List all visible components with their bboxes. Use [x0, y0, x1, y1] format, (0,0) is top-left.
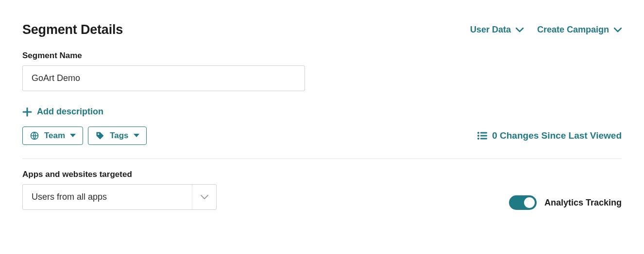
- header-row: Segment Details User Data Create Campaig…: [22, 22, 622, 37]
- chevron-down-icon: [614, 28, 622, 32]
- tags-chip[interactable]: Tags: [88, 127, 146, 145]
- chips-row: Team Tags 0 Changes Since Last Viewed: [22, 127, 622, 145]
- analytics-toggle-row: Analytics Tracking: [509, 195, 622, 210]
- team-chip-label: Team: [44, 131, 65, 141]
- targets-group: Apps and websites targeted Users from al…: [22, 170, 217, 210]
- add-description-label: Add description: [37, 107, 103, 117]
- svg-point-6: [477, 138, 479, 140]
- targets-selected-value: Users from all apps: [23, 185, 192, 209]
- header-actions: User Data Create Campaign: [470, 25, 622, 35]
- svg-point-2: [477, 132, 479, 134]
- svg-rect-5: [480, 135, 487, 137]
- add-description-row: Add description: [22, 107, 622, 117]
- changes-link[interactable]: 0 Changes Since Last Viewed: [477, 130, 622, 141]
- caret-down-icon: [70, 134, 76, 138]
- segment-name-label: Segment Name: [22, 51, 622, 61]
- analytics-toggle-label: Analytics Tracking: [544, 198, 622, 208]
- globe-icon: [30, 131, 39, 141]
- targets-row: Apps and websites targeted Users from al…: [22, 170, 622, 210]
- user-data-label: User Data: [470, 25, 511, 35]
- chips-group: Team Tags: [22, 127, 147, 145]
- user-data-dropdown[interactable]: User Data: [470, 25, 524, 35]
- targets-label: Apps and websites targeted: [22, 170, 217, 179]
- list-icon: [477, 131, 487, 140]
- caret-down-icon: [134, 134, 139, 138]
- changes-text: 0 Changes Since Last Viewed: [492, 130, 622, 141]
- create-campaign-dropdown[interactable]: Create Campaign: [537, 25, 622, 35]
- svg-point-1: [98, 133, 99, 135]
- chevron-down-icon: [516, 28, 524, 32]
- team-chip[interactable]: Team: [22, 127, 83, 145]
- targets-select[interactable]: Users from all apps: [22, 184, 217, 210]
- add-description-button[interactable]: Add description: [22, 107, 103, 117]
- create-campaign-label: Create Campaign: [537, 25, 609, 35]
- tag-icon: [95, 131, 105, 141]
- segment-name-input[interactable]: [22, 65, 305, 91]
- analytics-toggle[interactable]: [509, 195, 537, 210]
- svg-rect-3: [480, 132, 487, 134]
- divider: [22, 159, 622, 159]
- tags-chip-label: Tags: [110, 131, 128, 141]
- targets-caret: [192, 185, 216, 209]
- chevron-down-icon: [201, 195, 208, 200]
- plus-icon: [22, 107, 32, 117]
- page-title: Segment Details: [22, 22, 123, 37]
- svg-point-4: [477, 135, 479, 137]
- svg-rect-7: [480, 138, 487, 140]
